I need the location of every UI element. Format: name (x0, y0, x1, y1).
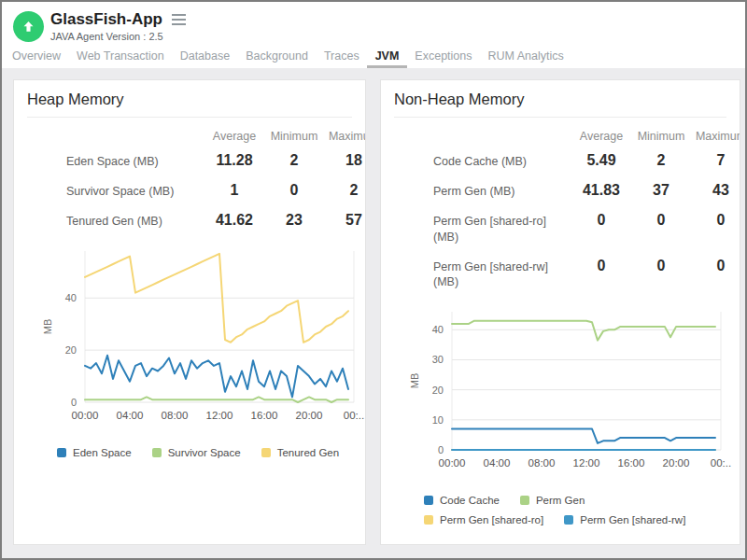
metric-value: 23 (264, 212, 324, 229)
legend-row: Code CachePerm Gen (424, 495, 740, 506)
metric-value: 2 (631, 152, 691, 169)
series-line-perm-gen (452, 321, 715, 341)
y-axis-title: MB (409, 373, 420, 389)
metric-label: Tenured Gen (MB) (14, 214, 204, 230)
x-tick-label: 00:00 (439, 457, 466, 469)
legend-item[interactable]: Perm Gen [shared-ro] (424, 514, 543, 525)
legend-row: Perm Gen [shared-ro]Perm Gen [shared-rw] (424, 514, 740, 525)
agent-version-label: JAVA Agent Version : 2.5 (50, 31, 188, 42)
table-row: Perm Gen (MB)41.833743 (381, 182, 740, 200)
metric-value: 37 (631, 182, 691, 199)
metric-label: Perm Gen [shared-rw] (MB) (381, 259, 571, 291)
metric-value: 0 (631, 258, 691, 274)
app-title: GlassFish-App (50, 10, 162, 29)
y-tick-label: 0 (71, 397, 77, 408)
legend-item[interactable]: Eden Space (57, 447, 132, 458)
tab-background[interactable]: Background (246, 48, 308, 68)
title-block: GlassFish-App JAVA Agent Version : 2.5 (50, 10, 188, 42)
metric-value: 1 (204, 182, 264, 199)
table-row: Perm Gen [shared-ro] (MB)000 (381, 212, 740, 245)
x-tick-label: 16:00 (618, 457, 645, 469)
tab-jvm[interactable]: JVM (375, 48, 400, 68)
panel-heap-memory: Heap Memory AverageMinimumMaximumEden Sp… (13, 79, 366, 545)
y-tick-label: 30 (432, 355, 444, 366)
chart-legend: Code CachePerm GenPerm Gen [shared-ro]Pe… (424, 495, 740, 525)
tab-rum-analytics[interactable]: RUM Analytics (488, 48, 564, 68)
legend-label: Perm Gen [shared-ro] (440, 514, 543, 525)
y-tick-label: 40 (65, 292, 77, 303)
line-chart-canvas: 0204000:0004:0008:0012:0016:0020:0000:..… (36, 242, 366, 440)
metric-label: Survivor Space (MB) (14, 184, 204, 200)
x-tick-label: 12:00 (206, 410, 233, 421)
legend-swatch-icon (57, 448, 66, 457)
metric-label: Perm Gen [shared-ro] (MB) (381, 214, 571, 245)
legend-label: Perm Gen (536, 495, 585, 506)
table-row: Tenured Gen (MB)41.622357 (14, 212, 366, 230)
heap-memory-chart: 0204000:0004:0008:0012:0016:0020:0000:..… (36, 242, 365, 443)
panel-non-heap-memory: Non-Heap Memory AverageMinimumMaximumCod… (380, 79, 740, 545)
tab-database[interactable]: Database (180, 48, 231, 68)
app-header: GlassFish-App JAVA Agent Version : 2.5 (2, 2, 745, 46)
legend-item[interactable]: Code Cache (424, 495, 500, 506)
app-status-icon (13, 11, 44, 42)
series-line-code-cache (452, 429, 715, 443)
legend-swatch-icon (152, 448, 162, 457)
table-row: Code Cache (MB)5.4927 (381, 152, 740, 170)
x-tick-label: 00:.. (711, 457, 731, 469)
column-header: Minimum (631, 130, 691, 143)
legend-row: Eden SpaceSurvivor SpaceTenured Gen (57, 447, 365, 458)
x-tick-label: 12:00 (573, 457, 600, 469)
menu-icon[interactable] (170, 12, 188, 27)
metric-value: 2 (264, 152, 324, 169)
tab-bar: OverviewWeb TransactionDatabaseBackgroun… (2, 46, 745, 68)
legend-label: Perm Gen [shared-rw] (580, 514, 685, 525)
metric-value: 11.28 (204, 152, 264, 169)
stats-table: AverageMinimumMaximumCode Cache (MB)5.49… (381, 130, 740, 290)
legend-item[interactable]: Survivor Space (152, 447, 241, 458)
x-tick-label: 00:.. (344, 410, 364, 421)
metric-value: 41.83 (571, 182, 631, 199)
table-header-row: AverageMinimumMaximum (14, 130, 366, 143)
legend-label: Code Cache (440, 495, 500, 506)
legend-swatch-icon (520, 496, 529, 505)
metric-value: 0 (691, 212, 740, 229)
legend-item[interactable]: Tenured Gen (261, 447, 340, 458)
line-chart-canvas: 01020304000:0004:0008:0012:0016:0020:000… (403, 302, 740, 487)
tab-web-transaction[interactable]: Web Transaction (77, 48, 164, 68)
metric-value: 43 (691, 182, 740, 199)
legend-swatch-icon (424, 496, 433, 505)
tab-overview[interactable]: Overview (12, 48, 61, 68)
series-line-eden-space (85, 355, 348, 397)
tab-exceptions[interactable]: Exceptions (415, 48, 472, 68)
legend-swatch-icon (261, 448, 271, 457)
metric-value: 0 (691, 258, 740, 274)
x-tick-label: 00:00 (72, 410, 99, 421)
column-header: Maximum (691, 130, 740, 143)
up-arrow-icon (21, 20, 35, 34)
metric-value: 0 (571, 258, 631, 274)
table-row: Survivor Space (MB)102 (14, 182, 366, 200)
legend-item[interactable]: Perm Gen (520, 495, 585, 506)
x-tick-label: 08:00 (162, 410, 189, 421)
y-tick-label: 40 (432, 325, 444, 336)
table-row: Eden Space (MB)11.28218 (14, 152, 366, 170)
table-header-row: AverageMinimumMaximum (381, 130, 740, 143)
metric-value: 5.49 (571, 152, 631, 169)
column-header: Average (571, 130, 631, 143)
y-tick-label: 20 (65, 344, 77, 356)
column-header: Maximum (324, 130, 366, 143)
metric-value: 57 (324, 212, 366, 229)
tab-traces[interactable]: Traces (324, 48, 359, 68)
x-tick-label: 08:00 (529, 457, 556, 469)
metric-value: 18 (324, 152, 366, 169)
metric-value: 2 (324, 182, 366, 199)
y-axis-title: MB (42, 318, 53, 334)
metric-value: 0 (264, 182, 324, 199)
panel-title: Non-Heap Memory (394, 91, 726, 118)
series-line-survivor-space (85, 397, 348, 402)
x-tick-label: 20:00 (663, 457, 690, 469)
legend-item[interactable]: Perm Gen [shared-rw] (564, 514, 685, 525)
legend-swatch-icon (424, 515, 433, 525)
stats-table: AverageMinimumMaximumEden Space (MB)11.2… (14, 130, 366, 230)
metric-label: Perm Gen (MB) (381, 184, 571, 200)
